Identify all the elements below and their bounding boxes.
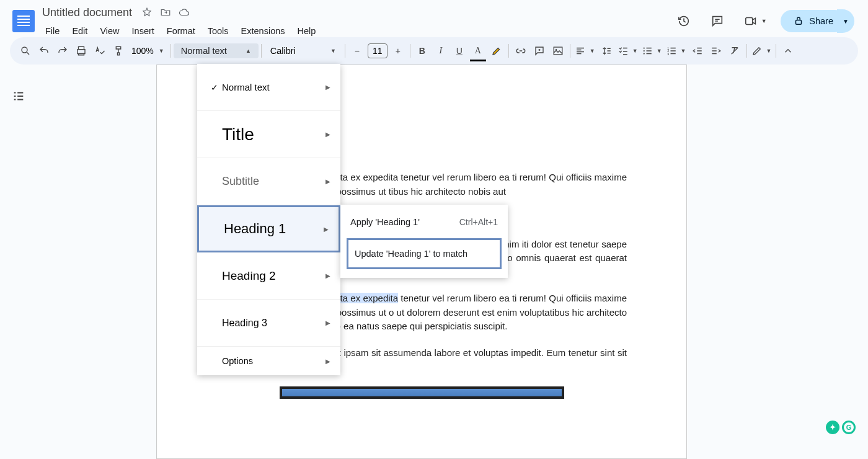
undo-icon[interactable] [35, 42, 53, 60]
bulleted-list-button[interactable]: ▼ [640, 42, 664, 60]
checklist-button[interactable]: ▼ [616, 42, 640, 60]
print-icon[interactable] [72, 42, 91, 60]
share-dropdown[interactable]: ▼ [837, 9, 854, 33]
svg-point-5 [643, 47, 644, 48]
menu-insert[interactable]: Insert [126, 24, 160, 38]
star-icon[interactable] [141, 6, 153, 19]
move-folder-icon[interactable] [159, 6, 172, 19]
font-select[interactable]: Calibri▼ [264, 46, 342, 56]
increase-font-size[interactable]: + [389, 42, 407, 60]
title-bar: Untitled document File Edit View Insert … [0, 0, 868, 37]
menu-help[interactable]: Help [292, 24, 322, 38]
style-option-normal[interactable]: ✓ Normal text▶ [197, 64, 340, 111]
comments-icon[interactable] [705, 9, 730, 33]
paragraph-styles-select[interactable]: Normal text▲ [174, 43, 259, 58]
svg-point-7 [643, 53, 644, 54]
increase-indent-icon[interactable] [707, 42, 725, 60]
insert-image-icon[interactable] [549, 42, 567, 60]
font-size-input[interactable]: 11 [368, 43, 388, 58]
grammarly-icon[interactable] [842, 421, 856, 434]
spellcheck-icon[interactable] [91, 42, 109, 60]
share-button[interactable]: Share [781, 10, 846, 32]
svg-point-6 [643, 50, 644, 51]
menu-edit[interactable]: Edit [66, 24, 93, 38]
svg-rect-0 [746, 18, 753, 25]
numbered-list-button[interactable]: 123▼ [664, 42, 688, 60]
svg-point-4 [556, 49, 557, 50]
docs-logo[interactable] [10, 5, 37, 37]
meet-icon[interactable]: ▼ [738, 9, 772, 33]
style-option-subtitle[interactable]: Subtitle▶ [197, 158, 340, 205]
text-color-button[interactable]: A [469, 42, 487, 60]
highlight-button[interactable] [487, 42, 506, 60]
menu-view[interactable]: View [94, 24, 125, 38]
main-menu: File Edit View Insert Format Tools Exten… [40, 22, 321, 40]
style-option-heading1[interactable]: Heading 1▶ [197, 205, 340, 252]
toolbar: 100%▼ Normal text▲ Calibri▼ − 11 + B I U… [10, 37, 858, 65]
style-option-options[interactable]: Options▶ [197, 347, 340, 375]
line-spacing-button[interactable] [597, 42, 616, 60]
check-icon: ✓ [207, 82, 222, 92]
svg-text:3: 3 [667, 52, 669, 56]
align-button[interactable]: ▼ [573, 42, 597, 60]
outline-toggle[interactable] [0, 65, 37, 459]
svg-rect-1 [796, 20, 802, 25]
clear-format-icon[interactable] [725, 42, 744, 60]
collapse-toolbar-icon[interactable] [779, 42, 797, 60]
apply-heading1[interactable]: Apply 'Heading 1'Ctrl+Alt+1 [340, 210, 508, 234]
style-option-title[interactable]: Title▶ [197, 111, 340, 158]
underline-button[interactable]: U [450, 42, 469, 60]
menu-file[interactable]: File [40, 24, 65, 38]
grammarly-add-icon[interactable]: ✦ [826, 421, 839, 434]
inline-image[interactable] [280, 386, 564, 399]
bold-button[interactable]: B [413, 42, 432, 60]
paint-format-icon[interactable] [109, 42, 128, 60]
svg-point-2 [22, 47, 27, 53]
styles-dropdown: ✓ Normal text▶ Title▶ Subtitle▶ Heading … [197, 64, 340, 375]
menu-extensions[interactable]: Extensions [236, 24, 291, 38]
menu-format[interactable]: Format [161, 24, 201, 38]
search-icon[interactable] [16, 42, 35, 60]
grammarly-widget[interactable]: ✦ [826, 421, 856, 434]
redo-icon[interactable] [53, 42, 72, 60]
style-option-heading2[interactable]: Heading 2▶ [197, 252, 340, 300]
update-heading1-to-match[interactable]: Update 'Heading 1' to match [347, 238, 502, 269]
doc-title[interactable]: Untitled document [40, 6, 135, 19]
editing-mode-button[interactable]: ▼ [750, 42, 774, 60]
decrease-indent-icon[interactable] [688, 42, 707, 60]
insert-comment-icon[interactable] [530, 42, 549, 60]
style-option-heading3[interactable]: Heading 3▶ [197, 300, 340, 347]
heading1-submenu: Apply 'Heading 1'Ctrl+Alt+1 Update 'Head… [340, 205, 508, 278]
decrease-font-size[interactable]: − [348, 42, 366, 60]
zoom-select[interactable]: 100%▼ [128, 46, 168, 56]
share-label: Share [809, 16, 833, 26]
insert-link-icon[interactable] [512, 42, 530, 60]
menu-tools[interactable]: Tools [202, 24, 234, 38]
cloud-status-icon[interactable] [178, 6, 190, 19]
history-icon[interactable] [671, 9, 696, 33]
svg-rect-3 [554, 47, 562, 55]
italic-button[interactable]: I [432, 42, 450, 60]
